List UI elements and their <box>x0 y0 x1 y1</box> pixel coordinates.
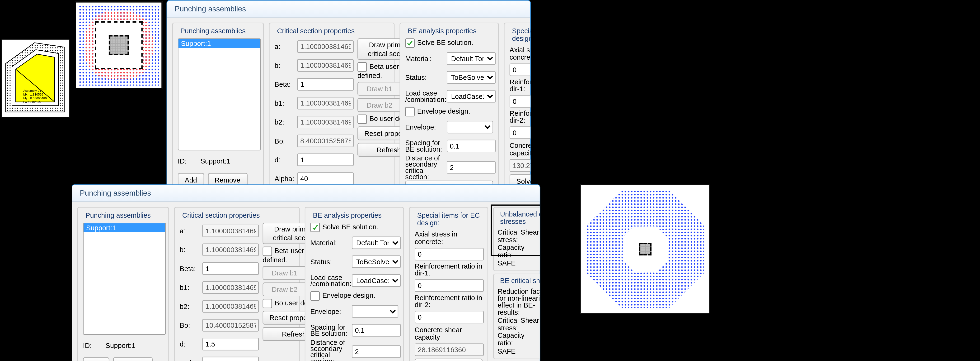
material-select[interactable]: Default Tonf <box>447 52 496 65</box>
crit-group-title: Critical section properties <box>275 27 389 35</box>
d-input[interactable] <box>297 153 354 166</box>
envelope-select[interactable] <box>447 121 493 133</box>
assemblies-list[interactable]: Support:1 <box>83 223 165 335</box>
alpha-input[interactable] <box>297 172 354 185</box>
capacity-input <box>509 159 531 172</box>
assemblies-list[interactable]: Support:1 <box>178 38 261 150</box>
status-select[interactable]: ToBeSolved <box>447 71 496 84</box>
id-label: ID: <box>178 157 198 165</box>
rein1-input[interactable] <box>509 95 531 108</box>
beta-input[interactable] <box>297 78 354 91</box>
solve-be-checkbox[interactable]: Solve BE solution. <box>405 38 493 48</box>
dialog-title: Punching assemblies <box>72 185 539 202</box>
distance-input[interactable] <box>447 161 496 174</box>
be-group-title: BE analysis properties <box>405 27 493 35</box>
assemblies-list-item[interactable]: Support:1 <box>178 39 260 48</box>
b-input <box>297 59 354 72</box>
remove-button[interactable]: Remove <box>113 357 153 361</box>
bo-input <box>297 134 354 147</box>
dialog-title: Punching assemblies <box>167 1 530 18</box>
draw-b2-button: Draw b2 <box>358 98 401 112</box>
assemblies-group-title: Punching assemblies <box>178 27 258 35</box>
a-input <box>297 40 354 53</box>
b2-input <box>297 116 354 128</box>
axial-input[interactable] <box>509 64 531 76</box>
rein2-input[interactable] <box>509 126 531 139</box>
b1-input <box>297 97 354 110</box>
special-group-title: Special items for EC design: <box>509 27 531 42</box>
id-value: Support:1 <box>200 157 230 165</box>
draw-b1-button: Draw b1 <box>358 82 401 96</box>
spacing-input[interactable] <box>447 140 496 152</box>
envelope-design-checkbox[interactable]: Envelope design. <box>405 107 493 117</box>
assembly-diagram <box>2 40 70 118</box>
loadcase-select[interactable]: LoadCase1 <box>447 90 496 103</box>
assembly-label: Assembly 21 Mx= 1.310599 My= 0.08665486 … <box>23 89 47 104</box>
add-button[interactable]: Add <box>83 357 109 361</box>
